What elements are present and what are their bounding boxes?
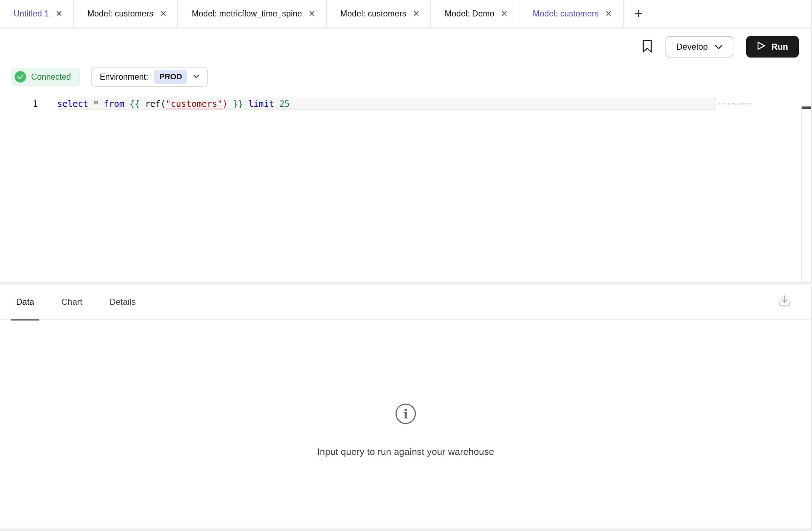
info-icon: i	[395, 403, 417, 426]
download-icon	[778, 295, 791, 309]
run-button-label: Run	[771, 42, 788, 52]
plus-icon: +	[634, 6, 643, 22]
code-token: "customers"	[165, 99, 222, 109]
close-icon[interactable]: ✕	[55, 10, 62, 18]
chevron-down-icon	[715, 42, 723, 52]
code-line[interactable]: select * from {{ ref("customers") }} lim…	[56, 98, 716, 110]
develop-dropdown-button[interactable]: Develop	[665, 36, 733, 58]
code-token	[140, 99, 145, 109]
run-button[interactable]: Run	[746, 36, 799, 58]
results-tabbar: DataChartDetails	[0, 284, 811, 320]
code-token: *	[93, 99, 98, 109]
results-panel: DataChartDetails i Input query to run	[0, 284, 811, 531]
results-tab-details[interactable]: Details	[104, 284, 140, 319]
minimap[interactable]: select * from {{ ref("customers") }} lim…	[718, 103, 754, 105]
svg-text:i: i	[403, 406, 408, 421]
editor-tabbar: Untitled 1✕Model: customers✕Model: metri…	[0, 0, 811, 29]
code-token: }}	[233, 99, 243, 109]
close-icon[interactable]: ✕	[308, 10, 315, 18]
results-tabs-container: DataChartDetails	[11, 284, 158, 319]
editor-tab-4[interactable]: Model: Demo✕	[431, 0, 519, 28]
bookmark-icon	[642, 39, 653, 54]
code-token: from	[104, 99, 124, 109]
code-line-row: 1 select * from {{ ref("customers") }} l…	[0, 98, 811, 110]
code-editor[interactable]: 1 select * from {{ ref("customers") }} l…	[0, 98, 811, 282]
editor-tab-label: Model: Demo	[445, 9, 494, 19]
ide-window: Untitled 1✕Model: customers✕Model: metri…	[0, 0, 812, 531]
editor-tab-label: Untitled 1	[14, 9, 49, 19]
develop-button-label: Develop	[676, 42, 708, 52]
code-token: "customers"	[733, 103, 742, 105]
code-token: from	[724, 103, 727, 105]
results-tab-label: Details	[109, 297, 135, 307]
connected-status-label: Connected	[31, 72, 71, 82]
editor-tab-label: Model: metricflow_time_spine	[192, 9, 302, 19]
editor-tab-label: Model: customers	[340, 9, 406, 19]
code-token: 25	[279, 99, 289, 109]
code-token: limit	[746, 103, 749, 105]
status-row: Connected Environment: PROD	[0, 65, 811, 89]
toolbar: Develop Run	[0, 29, 811, 65]
code-token: 25	[750, 103, 751, 105]
window-bottom-edge	[0, 528, 812, 531]
results-tab-label: Data	[16, 297, 34, 307]
results-empty-state: i Input query to run against your wareho…	[0, 320, 811, 531]
code-token: {{	[129, 99, 140, 109]
close-icon[interactable]: ✕	[160, 10, 167, 18]
chevron-down-icon	[193, 74, 199, 80]
environment-selector[interactable]: Environment: PROD	[91, 67, 208, 87]
editor-tab-label: Model: customers	[87, 9, 153, 19]
results-tab-data[interactable]: Data	[11, 284, 39, 319]
editor-tab-1[interactable]: Model: customers✕	[74, 0, 178, 28]
code-token: limit	[248, 99, 274, 109]
editor-tab-label: Model: customers	[533, 9, 599, 19]
code-token	[124, 99, 129, 109]
code-token: select	[718, 103, 722, 105]
play-icon	[757, 41, 766, 53]
editor-tab-2[interactable]: Model: metricflow_time_spine✕	[178, 0, 327, 28]
editor-tab-3[interactable]: Model: customers✕	[327, 0, 431, 28]
scrollbar-thumb[interactable]	[802, 106, 811, 109]
download-button[interactable]	[778, 295, 791, 309]
scrollbar-track	[801, 106, 802, 282]
code-token	[243, 99, 248, 109]
code-token: )	[222, 99, 227, 109]
code-token	[274, 99, 279, 109]
editor-tab-5[interactable]: Model: customers✕	[519, 0, 624, 28]
bookmark-button[interactable]	[642, 39, 653, 54]
editor-tab-0[interactable]: Untitled 1✕	[0, 0, 74, 28]
new-tab-button[interactable]: +	[624, 0, 654, 28]
close-icon[interactable]: ✕	[413, 10, 420, 18]
close-icon[interactable]: ✕	[605, 10, 612, 18]
code-token	[228, 99, 233, 109]
editor-tabs-container: Untitled 1✕Model: customers✕Model: metri…	[0, 0, 624, 28]
environment-label: Environment:	[100, 72, 148, 82]
empty-state-message: Input query to run against your warehous…	[317, 446, 494, 457]
connected-status-badge: Connected	[11, 68, 80, 86]
close-icon[interactable]: ✕	[501, 10, 508, 18]
code-token: ref(	[145, 99, 166, 109]
line-number: 1	[0, 99, 56, 109]
results-tab-label: Chart	[61, 297, 83, 307]
code-token: select	[57, 99, 88, 109]
code-token	[88, 99, 93, 109]
environment-value-pill: PROD	[154, 70, 188, 84]
code-token	[99, 99, 104, 109]
results-tab-chart[interactable]: Chart	[56, 284, 88, 319]
code-token: ref(	[731, 103, 733, 105]
check-circle-icon	[15, 71, 26, 83]
